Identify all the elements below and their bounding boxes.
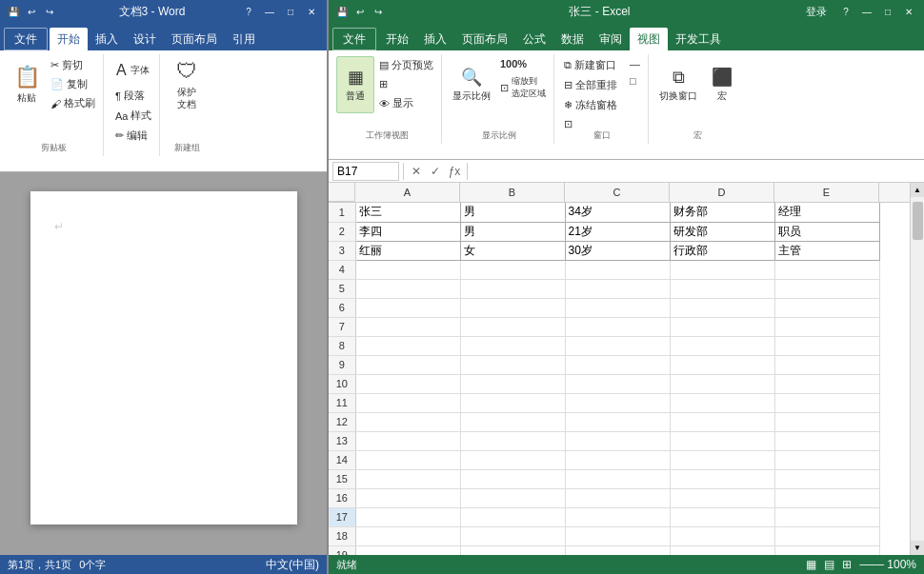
data-cell[interactable] [774, 507, 879, 526]
data-cell[interactable] [355, 279, 460, 298]
data-cell[interactable] [670, 507, 774, 526]
excel-new-window-btn[interactable]: ⧉ 新建窗口 [560, 56, 621, 74]
excel-tab-insert[interactable]: 插入 [416, 28, 454, 50]
row-header[interactable]: 7 [329, 317, 355, 336]
data-cell[interactable] [460, 412, 565, 431]
data-cell[interactable]: 张三 [355, 203, 460, 222]
data-cell[interactable]: 经理 [774, 203, 879, 222]
data-cell[interactable] [565, 450, 670, 469]
data-cell[interactable] [355, 450, 460, 469]
col-header-c[interactable]: C [565, 183, 670, 202]
excel-close-btn[interactable]: ✕ [899, 5, 918, 20]
data-cell[interactable] [565, 260, 670, 279]
data-cell[interactable] [460, 431, 565, 450]
word-edit-btn[interactable]: ✏ 编辑 [111, 127, 155, 145]
data-cell[interactable] [355, 355, 460, 374]
data-cell[interactable]: 主管 [774, 241, 879, 260]
excel-macro-btn[interactable]: ⬛ 宏 [703, 56, 741, 113]
data-cell[interactable] [774, 450, 879, 469]
data-cell[interactable] [565, 507, 670, 526]
data-cell[interactable] [774, 260, 879, 279]
data-cell[interactable] [460, 526, 565, 545]
row-header[interactable]: 17 [329, 507, 355, 526]
row-header[interactable]: 9 [329, 355, 355, 374]
scroll-down-btn[interactable]: ▼ [911, 541, 924, 555]
data-cell[interactable] [670, 469, 774, 488]
data-cell[interactable]: 男 [460, 203, 565, 222]
data-cell[interactable] [460, 545, 565, 555]
data-cell[interactable] [670, 279, 774, 298]
data-cell[interactable]: 李四 [355, 222, 460, 241]
word-close-btn[interactable]: ✕ [302, 5, 321, 20]
row-header[interactable]: 8 [329, 336, 355, 355]
row-header[interactable]: 19 [329, 545, 355, 555]
data-cell[interactable] [670, 412, 774, 431]
excel-tab-formula[interactable]: 公式 [515, 28, 553, 50]
data-cell[interactable] [355, 298, 460, 317]
excel-tab-view[interactable]: 视图 [630, 28, 668, 50]
excel-view-page-btn[interactable]: ⊞ [842, 558, 852, 571]
word-tab-layout[interactable]: 页面布局 [164, 28, 225, 50]
data-cell[interactable] [565, 431, 670, 450]
data-cell[interactable]: 女 [460, 241, 565, 260]
row-header[interactable]: 14 [329, 450, 355, 469]
excel-unhide-btn[interactable]: □ [626, 73, 644, 89]
data-cell[interactable] [774, 431, 879, 450]
data-cell[interactable] [565, 545, 670, 555]
excel-restore-btn[interactable]: □ [878, 5, 897, 20]
excel-tab-layout[interactable]: 页面布局 [454, 28, 515, 50]
data-cell[interactable] [774, 488, 879, 507]
scroll-up-btn[interactable]: ▲ [911, 183, 924, 197]
data-cell[interactable] [460, 469, 565, 488]
word-copy-btn[interactable]: 📄 复制 [47, 75, 99, 93]
word-tab-ref[interactable]: 引用 [225, 28, 263, 50]
row-header[interactable]: 15 [329, 469, 355, 488]
word-restore-btn[interactable]: □ [281, 5, 300, 20]
row-header[interactable]: 11 [329, 393, 355, 412]
data-cell[interactable] [670, 317, 774, 336]
data-cell[interactable] [774, 374, 879, 393]
data-cell[interactable] [460, 393, 565, 412]
row-header[interactable]: 13 [329, 431, 355, 450]
data-cell[interactable] [565, 298, 670, 317]
data-cell[interactable] [355, 545, 460, 555]
data-cell[interactable] [774, 469, 879, 488]
col-header-a[interactable]: A [355, 183, 460, 202]
data-cell[interactable]: 30岁 [565, 241, 670, 260]
data-cell[interactable] [355, 488, 460, 507]
word-minimize-btn[interactable]: — [260, 5, 279, 20]
data-cell[interactable] [565, 393, 670, 412]
data-cell[interactable] [670, 488, 774, 507]
excel-100pct-btn[interactable]: 100% [496, 56, 550, 71]
excel-save-icon[interactable]: 💾 [334, 5, 350, 20]
col-header-b[interactable]: B [460, 183, 565, 202]
excel-tab-data[interactable]: 数据 [553, 28, 592, 50]
scroll-thumb[interactable] [913, 202, 923, 240]
data-cell[interactable] [670, 336, 774, 355]
data-cell[interactable] [565, 279, 670, 298]
data-cell[interactable] [670, 450, 774, 469]
excel-arrange-btn[interactable]: ⊟ 全部重排 [560, 76, 621, 94]
row-header[interactable]: 10 [329, 374, 355, 393]
scroll-track[interactable] [911, 197, 924, 541]
excel-tab-dev[interactable]: 开发工具 [668, 28, 729, 50]
data-cell[interactable]: 34岁 [565, 203, 670, 222]
excel-tab-start[interactable]: 开始 [378, 28, 416, 50]
data-cell[interactable] [460, 374, 565, 393]
data-cell[interactable] [355, 412, 460, 431]
row-header[interactable]: 18 [329, 526, 355, 545]
data-cell[interactable] [565, 412, 670, 431]
data-cell[interactable] [670, 355, 774, 374]
data-cell[interactable] [565, 355, 670, 374]
data-cell[interactable]: 男 [460, 222, 565, 241]
data-cell[interactable] [774, 336, 879, 355]
excel-hide-btn[interactable]: — [626, 56, 644, 71]
data-cell[interactable] [670, 431, 774, 450]
excel-custom-view-btn[interactable]: ⊞ [375, 76, 437, 92]
excel-switch-window-btn[interactable]: ⧉ 切换窗口 [654, 56, 702, 113]
excel-minimize-btn[interactable]: — [857, 5, 876, 20]
data-cell[interactable] [774, 412, 879, 431]
data-cell[interactable] [460, 298, 565, 317]
excel-normal-btn[interactable]: ▦ 普通 [336, 56, 374, 113]
data-cell[interactable] [774, 279, 879, 298]
